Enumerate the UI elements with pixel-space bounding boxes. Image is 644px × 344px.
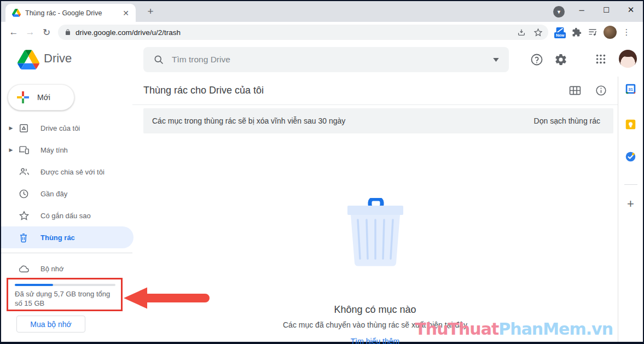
browser-profile-avatar[interactable] [604, 26, 617, 39]
tab-overflow-icon[interactable]: ▼ [553, 6, 565, 18]
expand-chevron-icon[interactable]: ▶ [7, 125, 15, 131]
sidebar-item-label: Gần đây [40, 190, 67, 198]
sidebar-item-computers[interactable]: ▶ Máy tính [1, 139, 134, 161]
expand-chevron-icon[interactable]: ▶ [7, 147, 15, 153]
side-panel: 31 + [618, 77, 643, 342]
window-minimize-button[interactable]: ─ [570, 1, 593, 19]
storage-progress-bar [15, 284, 115, 286]
browser-toolbar: ← → ↻ drive.google.com/drive/u/2/trash N… [1, 22, 643, 43]
panel-divider [624, 184, 637, 185]
bookmark-star-icon[interactable] [533, 28, 543, 37]
sidebar-item-label: Drive của tôi [40, 124, 80, 132]
sidebar-item-recent[interactable]: Gần đây [1, 183, 134, 205]
recent-clock-icon [19, 189, 30, 199]
watermark-part1: ThuThuat [415, 319, 498, 339]
search-icon [153, 54, 164, 65]
watermark-part2: PhanMem.vn [498, 319, 613, 339]
buy-storage-label: Mua bộ nhớ [30, 320, 71, 329]
sidebar-item-label: Bộ nhớ [40, 265, 64, 273]
address-bar[interactable]: drive.google.com/drive/u/2/trash [58, 25, 548, 40]
forward-button[interactable]: → [22, 27, 38, 38]
new-tab-button[interactable]: + [143, 4, 158, 19]
back-button[interactable]: ← [5, 27, 22, 38]
google-apps-grid-icon[interactable] [595, 53, 607, 65]
grid-view-icon[interactable] [569, 86, 581, 95]
browser-tab[interactable]: Thùng rác - Google Drive ✕ [5, 4, 136, 22]
browser-window: Thùng rác - Google Drive ✕ + ▼ ─ ☐ ✕ ← →… [0, 0, 644, 344]
sidebar-item-label: Thùng rác [40, 234, 75, 242]
sidebar-item-starred[interactable]: Có gắn dấu sao [1, 205, 134, 226]
tab-close-icon[interactable]: ✕ [120, 9, 131, 18]
window-close-button[interactable]: ✕ [619, 1, 642, 19]
lock-icon [65, 28, 71, 36]
computer-icon [19, 145, 30, 155]
download-page-icon[interactable] [517, 28, 526, 37]
empty-state: Không có mục nào Các mục đã chuyển vào t… [132, 133, 618, 344]
reload-button[interactable]: ↻ [38, 27, 55, 38]
storage-usage-annotation-box: Đã sử dụng 5,7 GB trong tổng số 15 GB [7, 278, 123, 311]
help-icon[interactable] [530, 53, 543, 66]
settings-gear-icon[interactable] [554, 53, 567, 66]
app-name: Drive [44, 51, 72, 66]
sidebar-item-label: Máy tính [40, 146, 68, 154]
google-tasks-icon[interactable] [625, 151, 636, 162]
extension-new-badge: New [554, 32, 566, 38]
tab-bar: Thùng rác - Google Drive ✕ + ▼ ─ ☐ ✕ [1, 1, 643, 22]
annotation-arrow-icon [123, 287, 213, 310]
storage-progress-fill [15, 284, 53, 286]
drive-logo-icon[interactable] [18, 50, 39, 69]
multicolor-plus-icon [16, 91, 30, 104]
reading-list-icon[interactable] [588, 28, 597, 37]
sidebar-item-trash[interactable]: Thùng rác [1, 226, 134, 248]
sidebar-item-label: Có gắn dấu sao [40, 212, 91, 220]
info-icon[interactable] [595, 85, 607, 96]
new-button[interactable]: Mới [8, 84, 74, 110]
google-calendar-icon[interactable]: 31 [625, 83, 636, 95]
sidebar-item-storage[interactable]: Bộ nhớ [1, 258, 134, 279]
buy-storage-button[interactable]: Mua bộ nhớ [16, 316, 85, 333]
page-body: Mới ▶ Drive của tôi ▶ Máy tính Được chia… [1, 77, 643, 342]
sidebar-item-shared-with-me[interactable]: Được chia sẻ với tôi [1, 161, 134, 183]
watermark: ThuThuatPhanMem.vn [415, 319, 613, 339]
trash-retention-banner: Các mục trong thùng rác sẽ bị xóa vĩnh v… [143, 108, 613, 133]
banner-message: Các mục trong thùng rác sẽ bị xóa vĩnh v… [152, 116, 530, 125]
svg-text:31: 31 [628, 87, 633, 92]
window-maximize-button[interactable]: ☐ [595, 1, 618, 19]
drive-header: Drive Tìm trong Drive [1, 43, 643, 77]
tab-title: Thùng rác - Google Drive [25, 9, 120, 17]
add-panel-app-icon[interactable]: + [627, 197, 634, 211]
sidebar-item-my-drive[interactable]: ▶ Drive của tôi [1, 117, 134, 139]
extension-new-icon[interactable]: New [554, 27, 566, 38]
sidebar-item-label: Được chia sẻ với tôi [40, 168, 105, 176]
sidebar-divider [1, 253, 132, 253]
storage-usage-text: Đã sử dụng 5,7 GB trong tổng số 15 GB [15, 289, 118, 308]
search-options-chevron-icon[interactable] [493, 58, 499, 62]
search-placeholder: Tìm trong Drive [172, 55, 493, 65]
empty-trash-illustration [343, 198, 408, 268]
browser-menu-icon[interactable]: ⋮ [622, 27, 630, 37]
shared-with-me-icon [19, 167, 30, 176]
search-input[interactable]: Tìm trong Drive [143, 47, 509, 72]
empty-state-heading: Không có mục nào [334, 304, 416, 316]
learn-more-link[interactable]: Tìm hiểu thêm [351, 337, 399, 344]
sidebar: Mới ▶ Drive của tôi ▶ Máy tính Được chia… [1, 77, 132, 342]
trash-icon [19, 232, 30, 243]
title-bar: Thùng rác cho Drive của tôi [132, 77, 618, 105]
account-avatar[interactable] [619, 50, 637, 68]
extensions-puzzle-icon[interactable] [572, 27, 582, 37]
starred-icon [19, 211, 30, 221]
url-text: drive.google.com/drive/u/2/trash [76, 28, 509, 37]
storage-cloud-icon [19, 265, 30, 273]
drive-favicon-icon [12, 9, 21, 17]
google-keep-icon[interactable] [625, 119, 636, 130]
new-button-label: Mới [37, 93, 50, 102]
empty-trash-button[interactable]: Dọn sạch thùng rác [530, 112, 605, 130]
my-drive-icon [19, 123, 30, 133]
page-title: Thùng rác cho Drive của tôi [143, 85, 555, 96]
